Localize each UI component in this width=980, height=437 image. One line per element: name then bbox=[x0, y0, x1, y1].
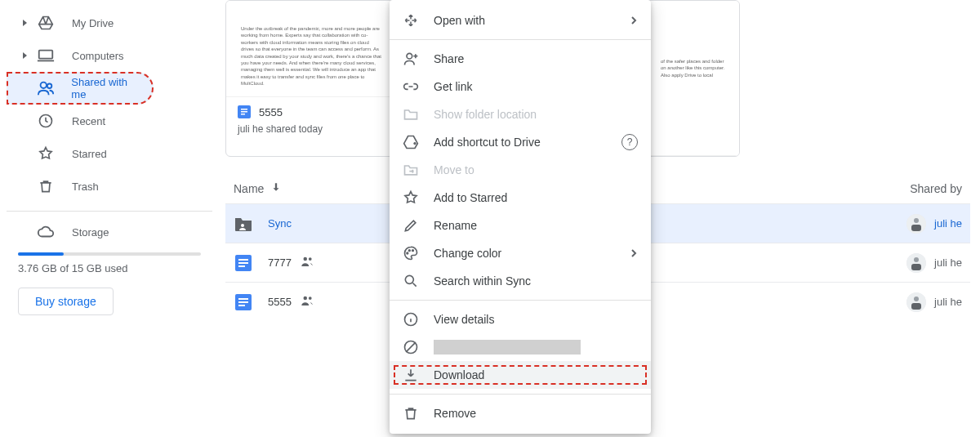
thumbnail-preview: Under the outbreak of the pandemic, more… bbox=[226, 1, 396, 97]
search-icon bbox=[403, 273, 419, 289]
folder-icon bbox=[403, 106, 419, 123]
chevron-right-icon bbox=[21, 49, 31, 62]
file-name: 5555 bbox=[268, 296, 292, 308]
docs-icon bbox=[234, 253, 253, 273]
ctx-share[interactable]: Share bbox=[390, 45, 651, 73]
svg-rect-23 bbox=[238, 301, 248, 303]
block-icon bbox=[403, 339, 419, 355]
divider bbox=[390, 39, 651, 40]
svg-rect-24 bbox=[238, 305, 245, 306]
storage-bar bbox=[18, 252, 201, 256]
svg-point-19 bbox=[914, 257, 919, 262]
ctx-remove[interactable]: Remove bbox=[390, 399, 651, 427]
sidebar-item-shared-with-me[interactable]: Shared with me bbox=[7, 72, 154, 105]
ctx-open-with[interactable]: Open with bbox=[390, 7, 651, 34]
shared-icon bbox=[300, 293, 314, 310]
svg-point-10 bbox=[914, 218, 919, 223]
sidebar-item-label: Computers bbox=[72, 50, 124, 62]
thumbnail-title: 5555 bbox=[259, 106, 283, 118]
link-icon bbox=[403, 78, 419, 95]
svg-point-2 bbox=[40, 82, 46, 88]
sidebar-item-label: Recent bbox=[72, 115, 105, 127]
shared-icon bbox=[300, 254, 314, 271]
ctx-redacted[interactable] bbox=[390, 333, 651, 361]
svg-point-28 bbox=[914, 297, 919, 301]
svg-rect-13 bbox=[238, 259, 248, 261]
chevron-right-icon bbox=[21, 16, 31, 29]
svg-rect-0 bbox=[39, 51, 53, 59]
sidebar-item-trash[interactable]: Trash bbox=[7, 170, 212, 203]
svg-point-33 bbox=[412, 250, 414, 252]
sidebar-item-label: My Drive bbox=[72, 17, 114, 29]
ctx-add-to-starred[interactable]: Add to Starred bbox=[390, 184, 651, 212]
storage-label: Storage bbox=[72, 226, 109, 239]
chevron-right-icon bbox=[630, 14, 638, 27]
owner-name: juli he bbox=[934, 217, 962, 230]
sidebar: My Drive Computers Shared with me Recent… bbox=[0, 0, 212, 437]
ctx-search-within[interactable]: Search within Sync bbox=[390, 267, 651, 295]
person-add-icon bbox=[403, 51, 419, 67]
buy-storage-button[interactable]: Buy storage bbox=[18, 288, 114, 315]
sidebar-item-label: Shared with me bbox=[71, 76, 144, 100]
drive-shortcut-icon bbox=[403, 134, 419, 150]
ctx-show-folder-location: Show folder location bbox=[390, 100, 651, 128]
clock-icon bbox=[36, 111, 56, 131]
star-icon bbox=[36, 144, 56, 163]
open-with-icon bbox=[403, 12, 419, 29]
my-drive-icon bbox=[36, 13, 56, 33]
avatar bbox=[906, 214, 926, 234]
svg-rect-1 bbox=[38, 60, 54, 62]
svg-rect-11 bbox=[911, 225, 921, 231]
ctx-view-details[interactable]: View details bbox=[390, 305, 651, 333]
star-icon bbox=[403, 190, 419, 206]
computers-icon bbox=[36, 46, 56, 65]
divider bbox=[390, 394, 651, 395]
ctx-move-to: Move to bbox=[390, 156, 651, 184]
thumbnail-footer: 5555 juli he shared today bbox=[226, 97, 396, 145]
sidebar-item-computers[interactable]: Computers bbox=[7, 39, 212, 72]
divider bbox=[390, 300, 651, 301]
context-menu: Open with Share Get link Show folder loc… bbox=[390, 0, 651, 434]
svg-rect-20 bbox=[911, 264, 921, 270]
sidebar-item-recent[interactable]: Recent bbox=[7, 105, 212, 137]
svg-point-25 bbox=[303, 297, 307, 301]
download-icon bbox=[403, 367, 419, 383]
ctx-add-shortcut[interactable]: Add shortcut to Drive ? bbox=[390, 128, 651, 156]
column-shared-by[interactable]: Shared by bbox=[910, 182, 962, 195]
owner-name: juli he bbox=[934, 296, 962, 308]
cloud-icon bbox=[36, 222, 56, 242]
file-name: Sync bbox=[268, 217, 292, 230]
svg-rect-14 bbox=[238, 262, 248, 264]
avatar bbox=[906, 292, 926, 312]
docs-icon bbox=[234, 292, 253, 312]
svg-rect-7 bbox=[241, 114, 245, 115]
ctx-rename[interactable]: Rename bbox=[390, 212, 651, 239]
shared-folder-icon bbox=[234, 214, 253, 234]
svg-point-17 bbox=[309, 257, 312, 261]
sidebar-item-storage[interactable]: Storage bbox=[7, 218, 212, 246]
svg-rect-15 bbox=[238, 265, 245, 267]
sidebar-item-starred[interactable]: Starred bbox=[7, 137, 212, 170]
ctx-change-color[interactable]: Change color bbox=[390, 239, 651, 267]
thumbnail-card[interactable]: Under the outbreak of the pandemic, more… bbox=[225, 0, 397, 157]
svg-point-26 bbox=[309, 297, 312, 300]
help-icon[interactable]: ? bbox=[621, 134, 638, 150]
svg-point-30 bbox=[407, 53, 412, 59]
trash-icon bbox=[36, 176, 56, 196]
svg-point-3 bbox=[47, 84, 51, 89]
palette-icon bbox=[403, 245, 419, 261]
sidebar-item-my-drive[interactable]: My Drive bbox=[7, 7, 212, 39]
move-to-icon bbox=[403, 162, 419, 178]
sidebar-item-label: Trash bbox=[72, 181, 99, 193]
svg-point-16 bbox=[303, 257, 307, 261]
ctx-download[interactable]: Download bbox=[390, 361, 651, 389]
divider bbox=[7, 211, 212, 212]
svg-point-32 bbox=[409, 250, 411, 252]
ctx-get-link[interactable]: Get link bbox=[390, 73, 651, 100]
people-icon bbox=[36, 78, 56, 98]
storage-usage-text: 3.76 GB of 15 GB used bbox=[18, 262, 201, 274]
svg-point-31 bbox=[407, 252, 408, 254]
thumbnail-subtitle: juli he shared today bbox=[238, 123, 385, 135]
svg-rect-22 bbox=[238, 298, 248, 300]
column-name[interactable]: Name bbox=[234, 181, 282, 195]
